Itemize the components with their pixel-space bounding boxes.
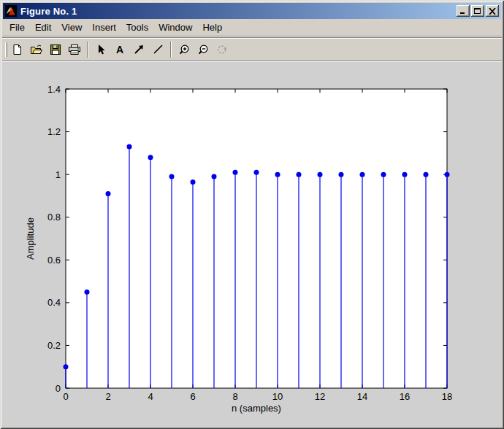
menu-item-tools[interactable]: Tools xyxy=(121,20,153,35)
add-line-button[interactable] xyxy=(149,41,167,58)
print-figure-icon xyxy=(68,44,81,55)
edit-plot-pointer-icon xyxy=(96,44,106,55)
x-tick-label: 10 xyxy=(272,391,283,402)
menu-item-view[interactable]: View xyxy=(56,20,87,35)
x-tick-label: 8 xyxy=(232,391,237,402)
menu-item-help[interactable]: Help xyxy=(197,20,227,35)
menubar: File Edit View Insert Tools Window Help xyxy=(3,19,501,36)
y-tick-label: 1 xyxy=(56,169,61,180)
stem-marker xyxy=(339,172,344,177)
stem-marker xyxy=(85,290,90,295)
stem-marker xyxy=(233,170,238,175)
menu-item-insert[interactable]: Insert xyxy=(87,20,121,35)
add-line-icon xyxy=(153,44,164,55)
titlebar[interactable]: Figure No. 1 xyxy=(3,3,501,19)
matlab-logo-icon xyxy=(5,5,17,17)
rotate-3d-button[interactable] xyxy=(213,41,231,58)
stem-plot: 02468101214161800.20.40.60.811.21.4n (sa… xyxy=(2,62,502,427)
add-arrow-button[interactable] xyxy=(130,41,148,58)
x-axis-label: n (samples) xyxy=(232,403,281,414)
y-tick-label: 0 xyxy=(56,383,61,394)
new-figure-icon xyxy=(12,44,23,55)
x-tick-label: 0 xyxy=(63,391,68,402)
y-tick-label: 1.2 xyxy=(47,126,61,137)
zoom-out-button[interactable] xyxy=(194,41,212,58)
stem-marker xyxy=(64,364,69,369)
toolbar-grip[interactable] xyxy=(5,42,7,57)
stem-marker xyxy=(402,172,408,177)
x-tick-label: 14 xyxy=(357,391,367,402)
x-tick-label: 6 xyxy=(190,391,195,402)
figure-window: Figure No. 1 File Edit View Insert Tools… xyxy=(0,0,504,429)
close-button[interactable] xyxy=(486,5,499,17)
add-arrow-icon xyxy=(134,44,145,55)
menu-item-edit[interactable]: Edit xyxy=(30,20,56,35)
maximize-icon xyxy=(474,7,481,15)
stem-marker xyxy=(360,172,365,177)
zoom-out-icon xyxy=(197,44,209,55)
stem-marker xyxy=(297,172,302,177)
y-axis-label: Amplitude xyxy=(25,217,36,260)
y-tick-label: 0.6 xyxy=(47,255,61,266)
open-file-button[interactable] xyxy=(28,41,45,58)
save-figure-icon xyxy=(50,44,61,55)
stem-marker xyxy=(169,174,175,179)
minimize-icon xyxy=(459,7,467,15)
stem-marker xyxy=(191,179,196,185)
minimize-button[interactable] xyxy=(457,5,470,17)
stem-marker xyxy=(381,172,386,177)
close-icon xyxy=(489,8,496,15)
stem-marker xyxy=(275,172,280,177)
x-tick-label: 16 xyxy=(400,391,410,402)
y-tick-label: 1.4 xyxy=(47,84,61,95)
stem-marker xyxy=(212,174,217,179)
stem-marker xyxy=(445,172,450,177)
stem-marker xyxy=(127,144,132,150)
x-tick-label: 2 xyxy=(105,391,110,402)
print-figure-button[interactable] xyxy=(66,41,83,58)
figure-canvas[interactable]: 02468101214161800.20.40.60.811.21.4n (sa… xyxy=(2,62,502,427)
menu-item-window[interactable]: Window xyxy=(153,20,197,35)
add-text-button[interactable]: A xyxy=(111,41,129,58)
x-tick-label: 12 xyxy=(315,391,325,402)
x-tick-label: 4 xyxy=(148,391,153,402)
maximize-button[interactable] xyxy=(471,5,484,17)
edit-plot-pointer-button[interactable] xyxy=(92,41,110,58)
window-title: Figure No. 1 xyxy=(20,6,77,17)
open-file-icon xyxy=(30,44,43,55)
toolbar-separator xyxy=(170,42,172,58)
new-figure-button[interactable] xyxy=(9,41,26,58)
rotate-3d-icon xyxy=(216,44,228,55)
stem-marker xyxy=(424,172,429,177)
stem-marker xyxy=(106,191,111,196)
y-tick-label: 0.4 xyxy=(47,297,61,308)
y-tick-label: 0.8 xyxy=(47,212,61,223)
stem-marker xyxy=(254,170,259,175)
menu-item-file[interactable]: File xyxy=(4,20,30,35)
stem-marker xyxy=(148,155,153,160)
toolbar: A xyxy=(2,37,502,61)
x-tick-label: 18 xyxy=(442,391,452,402)
y-tick-label: 0.2 xyxy=(47,340,61,351)
save-figure-button[interactable] xyxy=(47,41,64,58)
zoom-in-button[interactable] xyxy=(175,41,193,58)
stem-marker xyxy=(318,172,323,177)
toolbar-separator xyxy=(87,42,88,58)
zoom-in-icon xyxy=(178,44,190,55)
add-text-icon: A xyxy=(116,45,123,55)
